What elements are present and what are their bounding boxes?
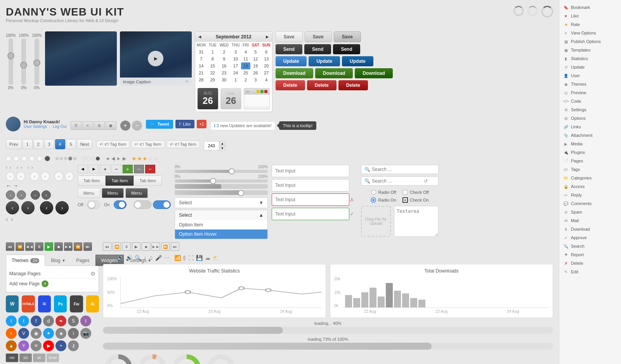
- bluetooth-icon[interactable]: ₿: [183, 255, 186, 261]
- cal-day[interactable]: 17: [230, 62, 241, 69]
- sidebar-item-settings[interactable]: ⚙ Settings: [559, 105, 621, 114]
- nav-dark-1[interactable]: ‹: [6, 190, 15, 200]
- slider-thumb-3[interactable]: [33, 59, 40, 66]
- music2-icon[interactable]: ♫: [149, 255, 153, 261]
- view-list2[interactable]: ≡: [82, 121, 93, 130]
- repeat-icon[interactable]: ↺: [110, 255, 114, 261]
- media-r-rewind[interactable]: ⏪: [113, 242, 121, 251]
- send-button-2[interactable]: Send: [304, 44, 331, 54]
- menu-3[interactable]: Menu: [125, 188, 148, 198]
- page-3[interactable]: 3: [44, 139, 54, 149]
- sidebar-item-themes[interactable]: ◉ Themes: [559, 80, 621, 88]
- cloud2-icon[interactable]: ⛅: [213, 255, 219, 261]
- btn-4k[interactable]: 4K: [33, 354, 45, 362]
- sidebar-item-mail[interactable]: ✉ Mail: [559, 216, 621, 225]
- sidebar-item-approve[interactable]: ✓ Approve: [559, 233, 621, 242]
- tweet-button[interactable]: 🐦 Tweet: [146, 120, 173, 129]
- search-input-2[interactable]: [372, 178, 422, 184]
- nav-lg-2[interactable]: ›: [21, 201, 35, 214]
- download-button-1[interactable]: Download: [276, 68, 313, 78]
- nav-lg-3[interactable]: ‹: [40, 201, 53, 214]
- arr-r3[interactable]: ›: [31, 165, 33, 170]
- cal-day[interactable]: 7: [195, 55, 207, 62]
- nav-lg-4[interactable]: ›: [56, 201, 69, 214]
- si-delicious[interactable]: d: [43, 316, 54, 326]
- view-grid[interactable]: ⊞: [94, 121, 105, 130]
- wifi-icon[interactable]: 📶: [174, 255, 181, 261]
- slider-thumb-2[interactable]: [20, 62, 27, 69]
- search-input-1[interactable]: [372, 167, 422, 172]
- tab-pages[interactable]: Pages: [71, 255, 95, 266]
- nav-dark-4[interactable]: ›: [42, 190, 51, 200]
- sidebar-item-delete[interactable]: ✗ Delete: [559, 259, 621, 267]
- cal-day[interactable]: 20: [261, 62, 272, 69]
- spin-down[interactable]: ▼: [219, 146, 226, 150]
- star-3[interactable]: ★: [142, 155, 147, 162]
- sidebar-item-code[interactable]: </> Code: [559, 97, 621, 105]
- media-r-play[interactable]: ▶: [132, 242, 141, 251]
- text-input-error[interactable]: [272, 193, 349, 206]
- vol-down-icon[interactable]: 🔉: [117, 255, 123, 261]
- prev-button[interactable]: Prev: [6, 139, 22, 149]
- save-button-3[interactable]: Save: [334, 31, 361, 42]
- btn-hd[interactable]: HD: [6, 354, 18, 362]
- next-nav[interactable]: ►: [89, 165, 99, 173]
- send-button-1[interactable]: Send: [276, 44, 302, 54]
- css3-icon[interactable]: ≈: [38, 295, 51, 312]
- nav-circle-4[interactable]: ›: [41, 172, 50, 181]
- tag-item-3[interactable]: 🏷 Tag Item: [167, 140, 200, 148]
- si-plus[interactable]: +: [56, 340, 66, 351]
- media-stop[interactable]: ■: [54, 242, 63, 251]
- h-slider-4[interactable]: [175, 190, 268, 195]
- radio-empty-4[interactable]: [29, 156, 35, 161]
- sidebar-item-access[interactable]: 🔒 Access: [559, 182, 621, 191]
- star-1[interactable]: ★: [132, 155, 137, 162]
- h-slider-1[interactable]: [175, 170, 268, 173]
- logout-link[interactable]: Log Out: [53, 124, 67, 129]
- cal-day[interactable]: 2: [241, 76, 250, 83]
- si-x[interactable]: ✕: [31, 340, 42, 351]
- dropdown-header[interactable]: Select ▲: [175, 210, 267, 220]
- arrow-right-2[interactable]: ▶: [123, 156, 126, 161]
- next-button[interactable]: Next: [77, 139, 93, 149]
- sidebar-item-templates[interactable]: ▣ Templates: [559, 46, 621, 54]
- prev-nav[interactable]: ◄: [78, 165, 88, 173]
- tab-2[interactable]: Tab Item: [106, 176, 134, 186]
- arr-l[interactable]: ‹: [6, 165, 7, 170]
- cal-day[interactable]: 23: [218, 69, 230, 76]
- fullscreen-icon[interactable]: ⛶: [188, 255, 194, 261]
- toggle-on[interactable]: [114, 200, 127, 209]
- user-settings-link[interactable]: User Settings: [24, 124, 47, 129]
- music-icon[interactable]: ♪: [144, 255, 146, 261]
- cal-day[interactable]: 24: [230, 69, 241, 76]
- media-pause[interactable]: ⏸: [35, 242, 43, 251]
- save-button-1[interactable]: Save: [276, 31, 303, 42]
- spinner-input[interactable]: [204, 141, 219, 150]
- si-yt[interactable]: ▶: [43, 340, 54, 351]
- update-button-1[interactable]: Update: [276, 56, 307, 66]
- nav-circle-2[interactable]: ›: [16, 172, 25, 181]
- download-button-2[interactable]: Download: [315, 68, 353, 78]
- cal-day[interactable]: 11: [241, 55, 250, 62]
- cal-day[interactable]: 4: [241, 48, 250, 55]
- cal-prev[interactable]: ◄: [198, 34, 202, 40]
- tab-themes[interactable]: Themes 24: [6, 255, 45, 266]
- page-4[interactable]: 4: [55, 139, 65, 149]
- cal-day[interactable]: 21: [195, 69, 207, 76]
- media-next[interactable]: ►►: [64, 242, 73, 251]
- cal-day[interactable]: 5: [250, 48, 261, 55]
- textarea[interactable]: [394, 206, 439, 237]
- page-1[interactable]: 1: [23, 139, 33, 149]
- text-input-success[interactable]: [272, 208, 349, 220]
- page-5[interactable]: 5: [66, 139, 76, 149]
- cal-day[interactable]: 14: [195, 62, 207, 69]
- mic-icon[interactable]: 🎤: [155, 255, 162, 261]
- toggle-off[interactable]: [87, 200, 100, 209]
- slider-thumb-1[interactable]: [7, 52, 14, 59]
- sidebar-item-view-options[interactable]: ≡ View Options: [559, 29, 621, 37]
- tab-1[interactable]: Tab Item: [78, 176, 106, 186]
- minus-red[interactable]: −: [145, 165, 155, 173]
- star-2[interactable]: ★: [137, 155, 142, 162]
- cal-day[interactable]: 2: [218, 48, 230, 55]
- media-forward[interactable]: ⏩: [74, 242, 82, 251]
